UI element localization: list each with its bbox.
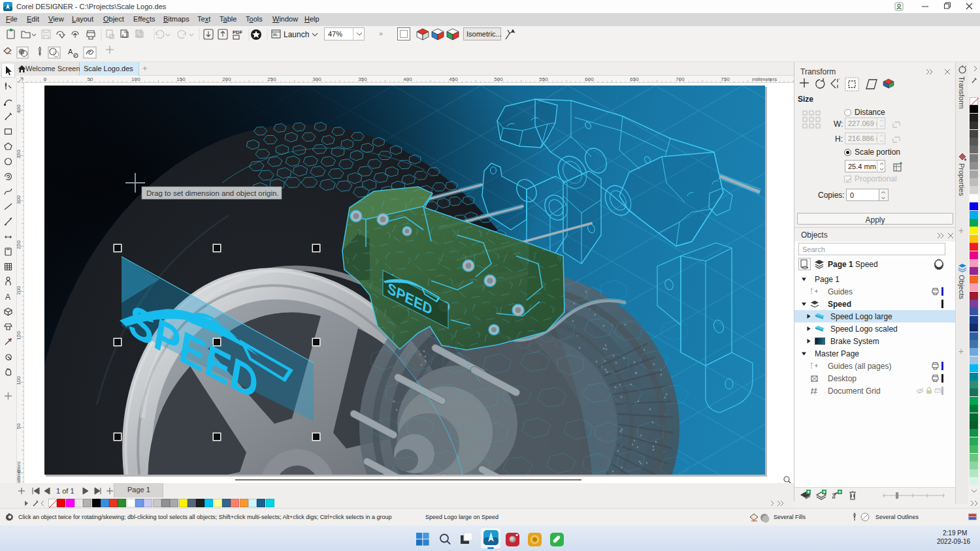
svg-text:400: 400	[403, 76, 412, 82]
svg-text:millimeters: millimeters	[752, 76, 777, 82]
svg-text:650: 650	[630, 76, 639, 82]
svg-text:300: 300	[312, 76, 321, 82]
svg-text:200: 200	[17, 286, 22, 295]
svg-text:50: 50	[17, 423, 22, 429]
svg-text:100: 100	[17, 376, 22, 385]
svg-text:A: A	[5, 292, 10, 302]
svg-text:A: A	[68, 48, 73, 55]
svg-text:100: 100	[131, 76, 140, 82]
svg-text:600: 600	[585, 76, 594, 82]
svg-text:PDF: PDF	[233, 29, 242, 35]
svg-text:350: 350	[17, 150, 22, 159]
svg-text:550: 550	[539, 76, 548, 82]
svg-text:250: 250	[17, 240, 22, 249]
svg-text:250: 250	[267, 76, 276, 82]
svg-text:750: 750	[721, 76, 730, 82]
svg-text:150: 150	[17, 331, 22, 340]
svg-text:450: 450	[449, 76, 458, 82]
svg-text:1 of 1: 1 of 1	[56, 487, 74, 495]
svg-text:700: 700	[676, 76, 685, 82]
svg-text:50: 50	[88, 76, 93, 82]
svg-text:400: 400	[17, 104, 22, 114]
svg-text:150: 150	[176, 76, 186, 82]
svg-text:200: 200	[222, 76, 231, 82]
svg-text:Drag to set dimension and obje: Drag to set dimension and object origin.	[146, 189, 279, 197]
svg-text:0: 0	[44, 76, 47, 82]
svg-text:Launch: Launch	[284, 30, 309, 39]
svg-text:millimeters: millimeters	[17, 462, 22, 483]
svg-text:350: 350	[358, 76, 367, 82]
svg-text:500: 500	[494, 76, 503, 82]
svg-text:300: 300	[17, 195, 22, 204]
